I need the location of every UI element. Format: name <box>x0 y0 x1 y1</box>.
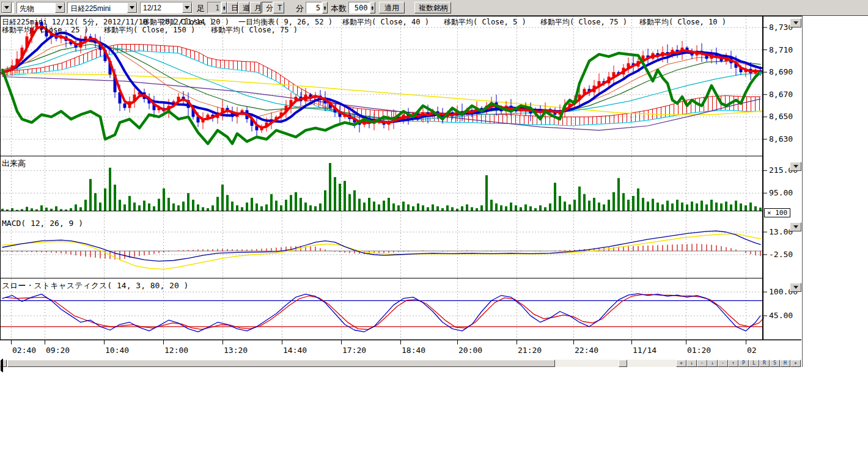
volume-bar <box>637 189 639 211</box>
period-month-button[interactable]: 月 <box>250 2 261 13</box>
period-minute-button[interactable]: 分 <box>262 2 273 13</box>
mini-button-3[interactable]: ↓ <box>707 360 718 367</box>
chart-canvas[interactable]: 8,7308,7108,6908,6708,6508,630215.0095.0… <box>0 16 806 367</box>
price-axis-label: 8,650 <box>769 112 793 121</box>
dropdown-arrow-icon[interactable] <box>182 2 192 13</box>
volume-bar <box>701 201 703 211</box>
interval-input[interactable] <box>207 2 221 13</box>
mini-button-0[interactable]: + <box>676 360 686 367</box>
mini-dropdown[interactable] <box>1 2 14 13</box>
mini-button-10[interactable]: H <box>780 360 790 367</box>
mini-button-8[interactable]: R <box>759 360 770 367</box>
volume-bar <box>549 203 551 211</box>
volume-bar <box>128 196 131 211</box>
volume-bar <box>759 208 762 211</box>
x-axis-label: 17:20 <box>342 346 366 355</box>
volume-bar <box>480 205 483 211</box>
volume-bar <box>407 205 410 211</box>
volume-bar <box>436 206 439 211</box>
volume-bar <box>158 198 160 211</box>
volume-bar <box>510 203 512 211</box>
mini-button-7[interactable]: L <box>749 360 759 367</box>
volume-bar <box>461 206 463 211</box>
mini-button-1[interactable]: ↓ <box>686 360 697 367</box>
volume-bar <box>314 206 317 211</box>
volume-bar <box>422 205 424 211</box>
period-tick-button[interactable]: T <box>273 2 284 13</box>
volume-bar <box>344 181 346 211</box>
scrollbar-thumb[interactable] <box>7 360 555 367</box>
mini-button-11[interactable]: + <box>790 360 801 367</box>
contract-month-select[interactable]: 12/12 <box>140 2 193 13</box>
mini-button-9[interactable]: S <box>770 360 780 367</box>
horizontal-scrollbar[interactable]: +↓-↓-↑PLRSH+ <box>0 360 801 367</box>
spinner-arrows-icon[interactable]: ▲▼ <box>221 2 227 13</box>
period-week-button[interactable]: 週 <box>238 2 249 13</box>
x-axis-label: 18:40 <box>402 346 425 355</box>
volume-bar <box>55 206 57 211</box>
interval-spinner[interactable]: ▲▼ <box>207 2 227 13</box>
x-axis-label: 12:00 <box>164 346 188 355</box>
volume-bar <box>554 183 556 211</box>
volume-bar <box>456 209 458 211</box>
volume-bar <box>270 194 273 211</box>
volume-bar <box>661 205 664 211</box>
volume-bar <box>309 205 312 211</box>
volume-bar <box>89 179 92 211</box>
volume-bar <box>495 203 498 211</box>
last-value-marker <box>759 111 762 112</box>
price-axis-label: 8,670 <box>769 90 793 99</box>
dropdown-arrow-icon[interactable] <box>55 2 65 13</box>
volume-bar <box>730 205 732 211</box>
volume-bar <box>226 195 229 211</box>
chevron-down-icon <box>793 165 798 168</box>
dropdown-arrow-icon[interactable] <box>127 2 137 13</box>
macd-panel-label: MACD( 12, 26, 9 ) <box>2 219 83 228</box>
apply-button[interactable]: 適用 <box>379 2 405 13</box>
stoch-panel-label: スロー・ストキャスティクス( 14, 3, 80, 20 ) <box>2 280 188 291</box>
volume-bar <box>539 205 542 211</box>
price-panel-dropdown-button[interactable] <box>790 18 801 27</box>
market-select[interactable]: 先物 <box>17 2 65 13</box>
minute-input[interactable] <box>306 2 322 13</box>
arrow-left-icon <box>1 358 3 373</box>
volume-bar <box>451 207 454 211</box>
volume-bar <box>534 208 537 211</box>
volume-bar <box>568 205 571 211</box>
spinner-arrows-icon[interactable]: ▲▼ <box>370 2 376 13</box>
volume-bar <box>710 200 713 211</box>
volume-bar <box>505 206 507 211</box>
spinner-arrows-icon[interactable]: ▲▼ <box>322 2 328 13</box>
mini-button-6[interactable]: P <box>738 360 749 367</box>
volume-bar <box>153 206 155 211</box>
minute-spinner[interactable]: ▲▼ <box>306 2 328 13</box>
volume-bar <box>241 207 243 211</box>
mini-button-5[interactable]: ↑ <box>728 360 738 367</box>
bars-spinner[interactable]: ▲▼ <box>348 2 375 13</box>
chevron-down-icon <box>793 21 798 24</box>
volume-bar <box>167 198 170 211</box>
dropdown-arrow-icon[interactable] <box>2 2 12 13</box>
volume-panel-dropdown-button[interactable] <box>790 162 801 171</box>
mini-button-4[interactable]: - <box>718 360 728 367</box>
period-day-button[interactable]: 日 <box>227 2 238 13</box>
scrollbar-splitter[interactable] <box>619 360 627 367</box>
volume-bar <box>720 203 723 211</box>
macd-panel-dropdown-button[interactable] <box>790 222 801 231</box>
volume-bar <box>705 205 708 211</box>
stoch-panel-dropdown-button[interactable] <box>790 283 801 292</box>
instrument-select[interactable]: 日経225mini <box>67 2 138 13</box>
volume-bar <box>446 205 449 211</box>
mini-button-2[interactable]: - <box>697 360 707 367</box>
scroll-left-button[interactable] <box>0 360 7 367</box>
x-axis-label: 01:20 <box>687 346 711 355</box>
bars-input[interactable] <box>348 2 370 13</box>
legend-ma75: 移動平均( Close, 75 ) <box>540 17 627 27</box>
legend-ma40: 移動平均( Close, 40 ) <box>342 17 429 27</box>
volume-bar <box>45 208 48 211</box>
multi-symbol-button[interactable]: 複数銘柄 <box>414 2 451 13</box>
x-axis-label: 22:40 <box>575 346 598 355</box>
volume-bar <box>319 203 322 211</box>
volume-bar <box>676 200 679 211</box>
volume-bar <box>148 203 150 211</box>
